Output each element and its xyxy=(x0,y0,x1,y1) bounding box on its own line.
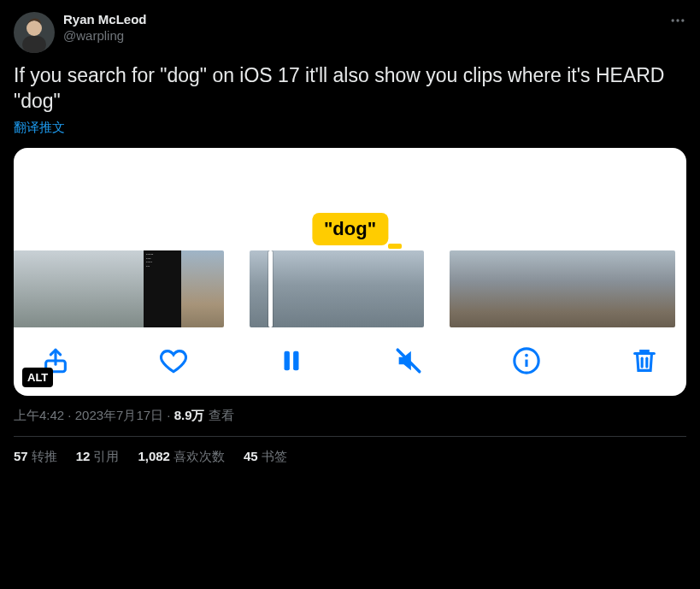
bookmarks-stat[interactable]: 45书签 xyxy=(244,449,287,465)
avatar[interactable] xyxy=(14,12,55,53)
tweet-meta[interactable]: 上午4:422023年7月17日8.9万 查看 xyxy=(14,408,686,424)
divider xyxy=(14,436,686,437)
tweet-header: Ryan McLeod @warpling xyxy=(14,12,686,53)
video-timeline[interactable]: ▪▪▪▪▪▪▪▪▪▪▪▪▪▪▪▪▪▪ xyxy=(14,250,686,327)
thumbnail xyxy=(181,250,224,327)
thumbnail xyxy=(600,250,638,327)
thumbnail xyxy=(398,250,424,327)
svg-point-5 xyxy=(681,19,684,21)
svg-rect-8 xyxy=(293,350,298,370)
thumbnail xyxy=(250,250,299,327)
clip-1: ▪▪▪▪▪▪▪▪▪▪▪▪▪▪▪▪▪▪ xyxy=(14,250,224,327)
likes-stat[interactable]: 1,082喜欢次数 xyxy=(138,449,225,465)
thumbnail xyxy=(638,250,675,327)
tweet-container: Ryan McLeod @warpling If you search for … xyxy=(0,0,700,472)
info-button[interactable] xyxy=(512,346,541,375)
tweet-date: 2023年7月17日 xyxy=(75,408,163,422)
marker-tick xyxy=(388,244,402,249)
more-options-button[interactable] xyxy=(669,12,686,32)
retweets-stat[interactable]: 57转推 xyxy=(14,449,57,465)
svg-rect-7 xyxy=(284,350,289,370)
mute-icon xyxy=(394,346,423,375)
more-icon xyxy=(669,12,686,29)
like-button[interactable] xyxy=(159,346,188,375)
quotes-stat[interactable]: 12引用 xyxy=(76,449,120,465)
heart-icon xyxy=(159,346,188,375)
clip-3 xyxy=(450,250,675,327)
clip-2 xyxy=(250,250,424,327)
display-name: Ryan McLeod xyxy=(63,12,147,28)
media-card[interactable]: "dog" ▪▪▪▪▪▪▪▪▪▪▪▪▪▪▪▪▪▪ xyxy=(14,148,686,396)
thumbnail xyxy=(562,250,600,327)
svg-point-12 xyxy=(525,354,528,357)
svg-point-1 xyxy=(26,21,42,36)
video-controls xyxy=(14,327,686,396)
pause-button[interactable] xyxy=(277,346,306,375)
delete-button[interactable] xyxy=(630,346,659,375)
views-count: 8.9万 xyxy=(174,408,205,422)
tweet-stats: 57转推 12引用 1,082喜欢次数 45书签 xyxy=(14,449,686,465)
thumbnail xyxy=(450,250,487,327)
svg-rect-2 xyxy=(22,36,46,53)
svg-point-3 xyxy=(672,19,674,21)
thumbnail xyxy=(487,250,525,327)
thumbnail xyxy=(109,250,144,327)
svg-point-4 xyxy=(676,19,679,21)
thumbnail xyxy=(41,250,75,327)
avatar-image xyxy=(14,12,55,53)
translate-link[interactable]: 翻译推文 xyxy=(14,120,65,136)
alt-badge[interactable]: ALT xyxy=(22,368,53,387)
info-icon xyxy=(512,346,541,375)
user-info[interactable]: Ryan McLeod @warpling xyxy=(63,12,147,44)
search-chip: "dog" xyxy=(312,213,388,245)
thumbnail xyxy=(349,250,398,327)
thumbnail xyxy=(299,250,349,327)
pause-icon xyxy=(277,346,306,375)
thumbnail xyxy=(525,250,562,327)
thumbnail xyxy=(14,250,41,327)
thumbnail: ▪▪▪▪▪▪▪▪▪▪▪▪▪▪▪▪▪▪ xyxy=(144,250,181,327)
trash-icon xyxy=(630,346,659,375)
tweet-text: If you search for "dog" on iOS 17 it'll … xyxy=(14,63,686,115)
handle: @warpling xyxy=(63,28,147,44)
mute-button[interactable] xyxy=(394,346,423,375)
playhead[interactable] xyxy=(268,250,273,327)
tweet-time: 上午4:42 xyxy=(14,408,64,422)
thumbnail xyxy=(75,250,109,327)
views-label: 查看 xyxy=(209,408,234,422)
